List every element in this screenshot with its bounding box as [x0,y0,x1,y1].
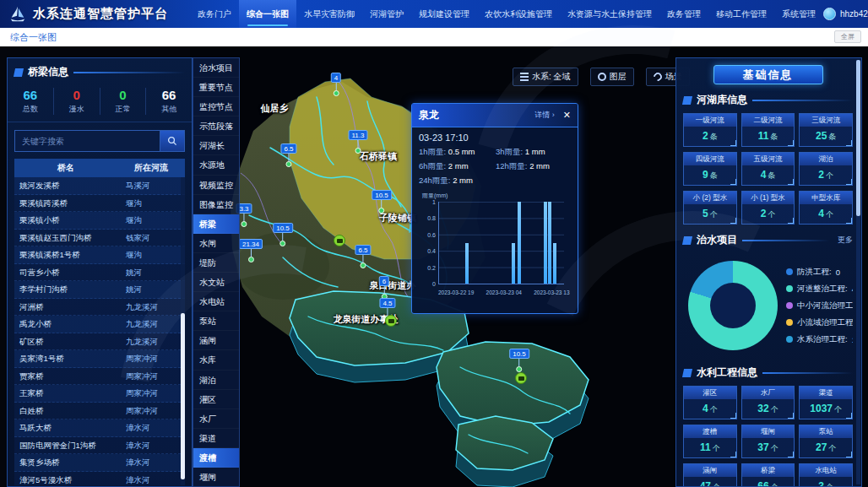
stat-value: 0 [54,88,100,102]
map-marker[interactable]: 6 [379,276,389,300]
layer-item-涵闸[interactable]: 涵闸 [193,331,239,350]
legend-row: 中小河流治理工程: 0 [786,300,853,311]
layer-item-灌区[interactable]: 灌区 [193,390,239,409]
map-marker[interactable]: 6.5 [355,245,371,268]
nav-item-水旱灾害防御[interactable]: 水旱灾害防御 [296,0,362,28]
map-marker[interactable]: 10.5 [509,349,529,372]
table-row[interactable]: 马跃大桥漳水河 [14,419,185,437]
popup-detail-link[interactable]: 详情 › [534,110,555,121]
search-input[interactable] [14,130,160,152]
layer-item-渠道[interactable]: 渠道 [193,429,239,448]
layer-item-水电站[interactable]: 水电站 [193,292,239,311]
accent-icon [682,369,692,377]
table-row[interactable]: 国防电网管金门1沟桥漳水河 [14,437,185,455]
stat-value: 66 [8,88,53,102]
table-row[interactable]: 漳河5号漫水桥漳水河 [14,472,185,486]
table-scrollbar-thumb[interactable] [181,313,185,479]
map-control-图层[interactable]: 图层 [590,68,634,86]
layer-item-水文站[interactable]: 水文站 [193,273,239,292]
layer-item-河湖长[interactable]: 河湖长 [193,136,239,155]
layer-item-视频监控[interactable]: 视频监控 [193,176,239,195]
layer-item-湖泊[interactable]: 湖泊 [193,371,239,390]
nav-item-农饮水利设施管理[interactable]: 农饮水利设施管理 [477,0,560,28]
search-button[interactable] [160,130,185,152]
info-card-value: 9条 [684,169,736,181]
nav-item-综合一张图[interactable]: 综合一张图 [239,0,296,28]
table-row[interactable]: 矿区桥九龙溪河 [14,333,185,351]
info-card-label: 二级河流 [742,114,795,127]
bridge-name-cell: 李学村门沟桥 [14,281,117,298]
accent-icon [682,96,692,105]
close-icon[interactable]: ✕ [563,111,571,120]
camera-icon[interactable] [385,315,397,327]
layer-item-桥梁[interactable]: 桥梁 [193,214,239,234]
nav-item-移动工作管理[interactable]: 移动工作管理 [708,0,774,28]
layer-item-堰闸[interactable]: 堰闸 [193,468,239,487]
camera-icon[interactable] [334,235,345,246]
table-row[interactable]: 栗溪镇溪桥1号桥堰沟 [14,246,185,264]
layer-item-渡槽[interactable]: 渡槽 [193,448,239,468]
map-marker[interactable]: 6.5 [280,143,296,167]
table-row[interactable]: 李学村门沟桥姚河 [14,281,185,299]
layer-item-重要节点[interactable]: 重要节点 [193,78,239,97]
rain-bar [518,202,521,284]
table-row[interactable]: 河洲桥九龙溪河 [14,299,185,317]
nav-item-政务门户[interactable]: 政务门户 [190,0,239,28]
layer-item-水闸[interactable]: 水闸 [193,234,239,253]
layer-item-泵站[interactable]: 泵站 [193,311,239,331]
nav-item-规划建设管理[interactable]: 规划建设管理 [411,0,477,28]
layer-item-水厂[interactable]: 水厂 [193,409,239,429]
table-row[interactable]: 贾家桥周家冲河 [14,368,185,386]
layer-item-示范段落[interactable]: 示范段落 [193,116,239,136]
river-cell: 漳水河 [117,419,185,436]
table-row[interactable]: 王家桥周家冲河 [14,385,185,403]
map-marker[interactable]: 4 [331,73,341,96]
rain-bar [544,202,547,284]
bridge-name-cell: 王家桥 [14,385,117,402]
table-scrollbar[interactable] [181,177,185,485]
layer-item-图像监控[interactable]: 图像监控 [193,195,239,214]
table-row[interactable]: 栗溪镇跨溪桥堰沟 [14,195,185,213]
table-row[interactable]: 白姓桥周家冲河 [14,403,185,420]
table-row[interactable]: 姚河发溪桥马溪河 [14,177,185,195]
fullscreen-button[interactable]: 全屏 [834,30,861,43]
camera-icon[interactable] [515,372,527,384]
layer-item-水库[interactable]: 水库 [193,350,239,370]
info-card-value: 25条 [800,130,852,143]
layer-item-堤防[interactable]: 堤防 [193,253,239,273]
nav-item-政务管理[interactable]: 政务管理 [659,0,708,28]
table-row[interactable]: 集贤乡场桥漳水河 [14,454,185,472]
map-marker[interactable]: 10.5 [273,223,293,246]
bridge-stat: 66其他 [146,88,192,115]
marker-stem [383,286,384,294]
panel-scrollbar-thumb[interactable] [856,60,860,216]
works-card-grid: 灌区4个水厂32个渠道1037个渡槽11个堰闸37个泵站27个涵闸47个桥梁66… [683,386,853,487]
layer-menu: 治水项目重要节点监控节点示范段落河湖长水源地视频监控图像监控桥梁水闸堤防水文站水… [193,57,240,487]
layer-item-水源地[interactable]: 水源地 [193,155,239,175]
projects-more-link[interactable]: 更多 [838,235,853,246]
nav-item-河湖管护[interactable]: 河湖管护 [362,0,411,28]
layer-item-治水项目[interactable]: 治水项目 [193,58,239,78]
map-marker[interactable]: 21.34 [239,239,263,262]
base-info-button[interactable]: 基础信息 [713,65,823,84]
info-card-value: 2个 [742,208,795,220]
table-row[interactable]: 吴家湾1号桥周家冲河 [14,350,185,368]
panel-scrollbar[interactable] [856,60,860,484]
nav-item-水资源与水土保持管理[interactable]: 水资源与水土保持管理 [560,0,659,28]
table-row[interactable]: 栗溪镇小桥堰沟 [14,212,185,230]
stat-label: 漫水 [54,104,100,115]
map-control-水系: 全域[interactable]: 水系: 全域 [513,68,578,86]
nav-item-系统管理[interactable]: 系统管理 [774,0,823,28]
table-row[interactable]: 禹龙小桥九龙溪河 [14,316,185,333]
map-marker[interactable]: 10.5 [372,190,392,214]
bridge-panel-header: 桥梁信息 [8,58,192,83]
user-menu[interactable]: hhzb42080201 ▾ [823,8,868,20]
projects-section-header: 治水项目 更多 [683,225,853,249]
layer-item-监控节点[interactable]: 监控节点 [193,97,239,116]
table-row[interactable]: 栗溪镇赵玉西门沟桥钱家河 [14,230,185,247]
map-marker[interactable]: 11.3 [349,130,368,154]
table-row[interactable]: 司营乡小桥姚河 [14,264,185,282]
info-card-label: 小 (1) 型水 [742,192,795,204]
info-card: 小 (1) 型水2个 [741,191,795,225]
info-card-label: 渠道 [800,387,852,399]
